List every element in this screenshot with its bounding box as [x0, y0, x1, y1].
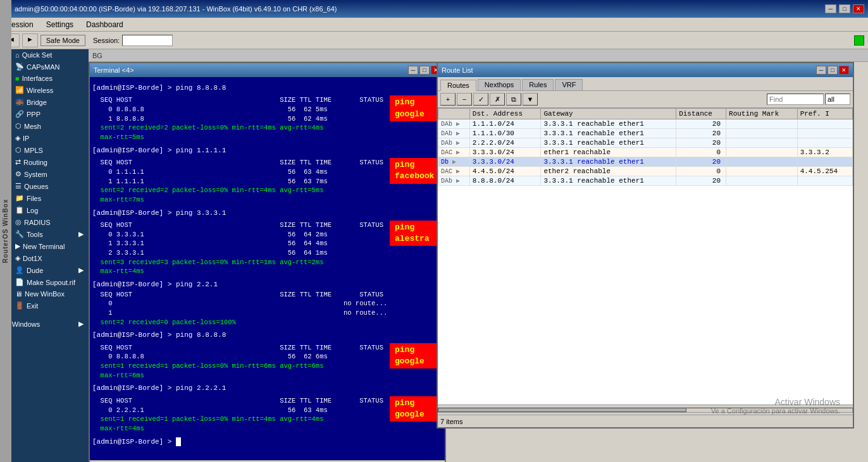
horizontal-scrollbar[interactable] — [438, 404, 853, 415]
sidebar: ⌂ Quick Set 📡 CAPsMAN ■ Interfaces 📶 Wir… — [0, 49, 89, 462]
bg-tab-label: BG — [92, 52, 102, 59]
enable-route-button[interactable]: ✓ — [473, 93, 488, 106]
ping-stats-4: sent=2 received=0 packet-loss=100% — [92, 318, 442, 327]
tab-vrf[interactable]: VRF — [555, 79, 583, 90]
col-pref[interactable]: Pref. I — [797, 109, 852, 119]
ping-data-3b: 1 3.3.3.1 56 64 4ms — [92, 239, 383, 248]
sidebar-item-ip[interactable]: ◈ IP — [0, 132, 89, 144]
terminal-minimize[interactable]: ─ — [408, 66, 418, 75]
tab-nexthops[interactable]: Nexthops — [478, 79, 521, 90]
sidebar-item-bridge[interactable]: 🌉 Bridge — [0, 96, 89, 108]
sidebar-item-new-terminal[interactable]: ▶ New Terminal — [0, 240, 89, 252]
menu-settings[interactable]: Settings — [44, 20, 76, 30]
forward-button[interactable]: ► — [22, 33, 38, 47]
toolbar: ◄ ► Safe Mode Session: — [0, 32, 868, 49]
dude-expand-icon: ▶ — [78, 266, 84, 274]
cell-pref — [797, 119, 852, 129]
table-row[interactable]: DAb ▶ 1.1.1.0/24 3.3.3.1 reachable ether… — [438, 119, 853, 129]
route-search-input[interactable] — [767, 94, 824, 105]
wifi-icon: 📶 — [15, 86, 24, 94]
ping-label-google-3: ping google — [390, 396, 442, 422]
sidebar-item-ppp[interactable]: 🔗 PPP — [0, 108, 89, 120]
table-row[interactable]: DAb ▶ 8.8.8.0/24 3.3.3.1 reachable ether… — [438, 176, 853, 186]
route-title: Route List — [442, 66, 473, 74]
sidebar-label-wireless: Wireless — [27, 87, 53, 94]
table-row[interactable]: DAC ▶ 4.4.5.0/24 ether2 reachable 0 4.4.… — [438, 167, 853, 176]
table-row[interactable]: Db ▶ 3.3.3.0/24 3.3.3.1 reachable ether1… — [438, 157, 853, 167]
route-statusbar: 7 items — [438, 415, 853, 427]
col-dst-address[interactable]: Dst. Address — [469, 109, 541, 119]
terminal-maximize[interactable]: □ — [419, 66, 430, 75]
col-routing-mark[interactable]: Routing Mark — [726, 109, 798, 119]
col-distance[interactable]: Distance — [676, 109, 726, 119]
add-route-button[interactable]: + — [440, 93, 456, 106]
cell-flag: Db ▶ — [438, 157, 470, 167]
sidebar-item-mpls[interactable]: ⬡ MPLS — [0, 144, 89, 156]
sidebar-item-quickset[interactable]: ⌂ Quick Set — [0, 49, 89, 61]
route-status: 7 items — [440, 418, 462, 425]
table-row[interactable]: DAb ▶ 2.2.2.0/24 3.3.3.1 reachable ether… — [438, 138, 853, 148]
route-titlebar: Route List ─ □ ✕ — [438, 63, 853, 77]
sidebar-item-routing[interactable]: ⇄ Routing — [0, 156, 89, 168]
sidebar-label-windows: Windows — [12, 320, 40, 328]
route-minimize[interactable]: ─ — [816, 66, 826, 75]
sidebar-item-tools[interactable]: 🔧 Tools ▶ — [0, 228, 89, 240]
sidebar-label-new-winbox: New WinBox — [25, 290, 65, 298]
disable-route-button[interactable]: ✗ — [490, 93, 505, 106]
sidebar-item-supout[interactable]: 📄 Make Supout.rif — [0, 276, 89, 288]
sidebar-label-ppp: PPP — [27, 111, 40, 118]
sidebar-item-radius[interactable]: ◎ RADIUS — [0, 216, 89, 228]
ping-data-4b: 1 no route... — [92, 308, 442, 318]
sidebar-item-interfaces[interactable]: ■ Interfaces — [0, 73, 89, 84]
cursor — [176, 437, 181, 446]
ip-icon: ◈ — [15, 134, 20, 142]
cell-gateway: 3.3.3.1 reachable ether1 — [541, 176, 676, 186]
table-row[interactable]: DAb ▶ 1.1.1.0/30 3.3.3.1 reachable ether… — [438, 129, 853, 138]
sidebar-item-wireless[interactable]: 📶 Wireless — [0, 84, 89, 96]
ping-header-3: SEQ HOST SIZE TTL TIME STATUS — [92, 221, 383, 230]
tab-rules[interactable]: Rules — [522, 79, 554, 90]
ping-section-6: [admin@ISP-Borde] > ping 2.2.2.1 SEQ HOS… — [92, 384, 442, 433]
sidebar-item-windows[interactable]: ■ Windows ▶ — [0, 318, 89, 330]
ping-data-2a: 0 1.1.1.1 56 63 4ms — [92, 167, 383, 177]
minimize-button[interactable]: ─ — [825, 4, 836, 13]
copy-route-button[interactable]: ⧉ — [506, 93, 521, 106]
cell-flag: DAb ▶ — [438, 119, 470, 129]
sidebar-item-dude[interactable]: 👤 Dude ▶ — [0, 264, 89, 276]
terminal-content[interactable]: [admin@ISP-Borde] > ping 8.8.8.8 SEQ HOS… — [90, 77, 445, 460]
route-maximize[interactable]: □ — [828, 66, 838, 75]
mpls-icon: ⬡ — [15, 146, 22, 154]
route-filter-input[interactable] — [825, 94, 850, 105]
terminal-title: Terminal <4> — [94, 66, 134, 74]
ppp-icon: 🔗 — [15, 110, 24, 118]
sidebar-item-exit[interactable]: 🚪 Exit — [0, 300, 89, 312]
tab-routes[interactable]: Routes — [440, 80, 476, 91]
sidebar-item-new-winbox[interactable]: 🖥 New WinBox — [0, 288, 89, 300]
ping-data-3a: 0 3.3.3.1 56 64 2ms — [92, 230, 383, 240]
winbox-icon: 🖥 — [15, 290, 22, 298]
session-input[interactable] — [122, 35, 173, 46]
maximize-button[interactable]: □ — [839, 4, 850, 13]
route-close[interactable]: ✕ — [839, 66, 849, 75]
system-icon: ⚙ — [15, 170, 22, 178]
filter-button[interactable]: ▼ — [523, 93, 538, 106]
sidebar-label-ip: IP — [23, 135, 29, 142]
ping-stats-1b: max-rtt=5ms — [92, 133, 383, 142]
ping-stats-3b: max-rtt=4ms — [92, 267, 383, 276]
sidebar-item-mesh[interactable]: ⬡ Mesh — [0, 120, 89, 132]
sidebar-item-log[interactable]: 📋 Log — [0, 204, 89, 216]
col-gateway[interactable]: Gateway — [541, 109, 676, 119]
table-row[interactable]: DAC ▶ 3.3.3.0/24 ether1 reachable 0 3.3.… — [438, 148, 853, 157]
cell-gateway: ether1 reachable — [541, 148, 676, 157]
cell-mark — [726, 157, 798, 167]
ping-section-1: [admin@ISP-Borde] > ping 8.8.8.8 SEQ HOS… — [92, 83, 442, 142]
safe-mode-button[interactable]: Safe Mode — [40, 35, 85, 46]
sidebar-item-queues[interactable]: ☰ Queues — [0, 180, 89, 192]
sidebar-item-system[interactable]: ⚙ System — [0, 168, 89, 180]
remove-route-button[interactable]: − — [457, 93, 472, 106]
sidebar-item-dot1x[interactable]: ◈ Dot1X — [0, 252, 89, 264]
sidebar-item-files[interactable]: 📁 Files — [0, 192, 89, 204]
close-button[interactable]: ✕ — [853, 4, 864, 13]
sidebar-item-capsman[interactable]: 📡 CAPsMAN — [0, 61, 89, 73]
menu-dashboard[interactable]: Dashboard — [84, 20, 126, 30]
